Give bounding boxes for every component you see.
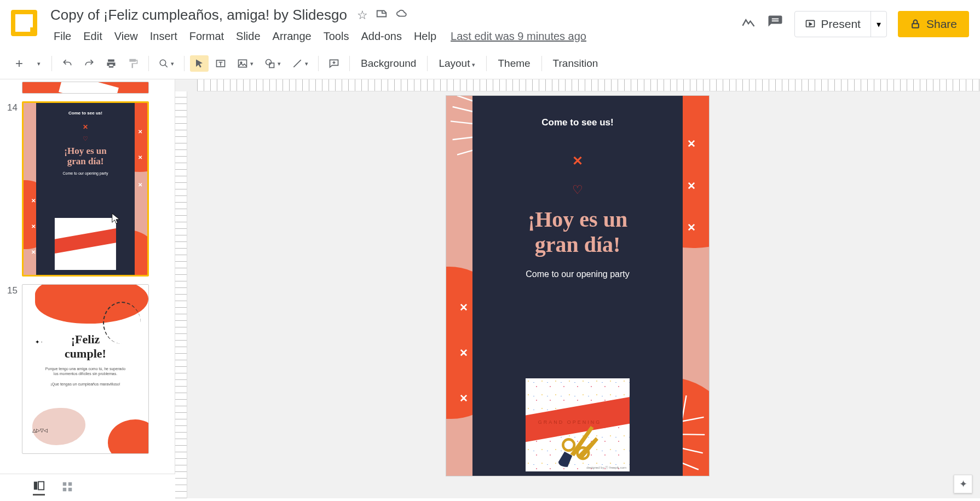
thumb15-text2: ¡Que tengas un cumpleaños maravilloso! xyxy=(22,382,148,387)
doc-title[interactable]: Copy of ¡Feliz cumpleaños, amiga! by Sli… xyxy=(48,5,349,25)
textbox-tool[interactable] xyxy=(211,55,230,72)
new-slide-dropdown[interactable] xyxy=(30,57,46,71)
background-button[interactable]: Background xyxy=(355,54,422,73)
slide-thumb-15[interactable]: ✦ · ¡Felizcumple! Porque tengo una amiga… xyxy=(22,284,149,454)
paint-format-button[interactable] xyxy=(123,55,143,72)
menu-arrange[interactable]: Arrange xyxy=(267,28,317,45)
svg-point-6 xyxy=(266,60,272,65)
present-label: Present xyxy=(821,18,861,31)
star-icon[interactable]: ☆ xyxy=(357,8,368,22)
x-icon: ✕ xyxy=(83,123,88,131)
slides-logo[interactable] xyxy=(11,10,37,36)
svg-rect-14 xyxy=(63,487,66,491)
thumb-heading: Come to see us! xyxy=(68,111,102,116)
slide-thumb-14[interactable]: Come to see us! ✕ ♡ ¡Hoy es ungran día! … xyxy=(22,101,149,277)
zoom-button[interactable] xyxy=(154,55,178,72)
slide-image[interactable]: GRAND OPENING designed by ⓕ freepik.com xyxy=(526,378,630,471)
explore-button[interactable]: ✦ xyxy=(954,475,972,493)
comments-icon[interactable] xyxy=(767,14,783,34)
menu-addons[interactable]: Add-ons xyxy=(355,28,407,45)
share-label: Share xyxy=(926,18,957,31)
x-icon[interactable]: ✕ xyxy=(687,180,696,192)
menu-tools[interactable]: Tools xyxy=(318,28,355,45)
thumb-number: 15 xyxy=(5,284,22,296)
thumb-number: 14 xyxy=(5,101,22,113)
heart-icon[interactable]: ♡ xyxy=(572,183,583,197)
svg-point-2 xyxy=(160,60,166,66)
svg-rect-11 xyxy=(38,482,44,490)
svg-rect-13 xyxy=(68,482,72,485)
thumb-sub: Come to our opening party xyxy=(63,171,108,175)
move-icon[interactable] xyxy=(376,8,388,23)
shape-tool[interactable] xyxy=(260,55,285,72)
x-icon[interactable]: ✕ xyxy=(459,392,468,405)
ruler-vertical xyxy=(175,91,187,498)
present-dropdown[interactable]: ▾ xyxy=(871,11,886,37)
menu-file[interactable]: File xyxy=(48,28,77,45)
activity-icon[interactable] xyxy=(741,15,756,34)
grid-view-icon[interactable] xyxy=(61,481,73,495)
x-icon: ✕ xyxy=(138,129,142,135)
image-credit: designed by ⓕ freepik.com xyxy=(586,465,626,470)
share-button[interactable]: Share xyxy=(898,11,969,37)
svg-point-8 xyxy=(563,439,574,451)
x-icon[interactable]: ✕ xyxy=(687,221,696,234)
slide-heading[interactable]: Come to see us! xyxy=(541,117,613,128)
svg-rect-4 xyxy=(239,60,247,67)
image-tool[interactable] xyxy=(233,55,258,72)
svg-rect-12 xyxy=(63,482,66,485)
svg-rect-15 xyxy=(68,487,72,491)
menu-edit[interactable]: Edit xyxy=(78,28,107,45)
svg-rect-7 xyxy=(269,63,274,67)
x-icon: ✕ xyxy=(138,154,142,160)
select-tool[interactable] xyxy=(190,55,209,72)
slide-panel[interactable]: 14 Come to see us! ✕ ♡ ¡Hoy es ungran dí… xyxy=(0,79,175,498)
thumb15-text: Porque tengo una amiga como tú, he super… xyxy=(22,366,148,377)
menu-format[interactable]: Format xyxy=(184,28,229,45)
menu-insert[interactable]: Insert xyxy=(145,28,183,45)
comment-tool[interactable] xyxy=(324,55,344,72)
x-icon[interactable]: ✕ xyxy=(459,347,468,359)
filmstrip-view-icon[interactable] xyxy=(33,480,45,496)
svg-rect-1 xyxy=(912,24,919,27)
x-icon: ✕ xyxy=(138,182,142,188)
transition-button[interactable]: Transition xyxy=(547,54,604,73)
toolbar: + Background Layout Theme Transition xyxy=(0,48,980,79)
canvas[interactable]: Come to see us! ✕ ♡ ¡Hoy es ungran día! … xyxy=(175,79,980,498)
redo-button[interactable] xyxy=(79,55,99,72)
slide-title[interactable]: ¡Hoy es ungran día! xyxy=(528,207,627,257)
slide-thumb-13[interactable] xyxy=(22,82,149,94)
menu-slide[interactable]: Slide xyxy=(230,28,266,45)
theme-button[interactable]: Theme xyxy=(492,54,535,73)
ruler-horizontal xyxy=(197,79,980,91)
present-button[interactable]: Present xyxy=(795,18,871,31)
last-edit-link[interactable]: Last edit was 9 minutes ago xyxy=(451,30,586,43)
x-icon: ✕ xyxy=(31,198,36,204)
menu-view[interactable]: View xyxy=(109,28,143,45)
cloud-icon[interactable] xyxy=(395,8,408,23)
slide-canvas[interactable]: Come to see us! ✕ ♡ ¡Hoy es ungran día! … xyxy=(446,96,709,476)
heart-icon: ♡ xyxy=(83,135,88,142)
view-bar xyxy=(0,474,175,501)
slide-subtitle[interactable]: Come to our opening party xyxy=(526,269,629,279)
layout-button[interactable]: Layout xyxy=(433,54,481,73)
x-icon[interactable]: ✕ xyxy=(459,301,468,314)
x-icon: ✕ xyxy=(31,223,36,229)
print-button[interactable] xyxy=(101,55,121,72)
new-slide-button[interactable]: + xyxy=(11,53,27,74)
line-tool[interactable] xyxy=(287,55,313,72)
x-icon: ✕ xyxy=(31,249,36,255)
svg-rect-10 xyxy=(34,482,37,490)
x-icon[interactable]: ✕ xyxy=(687,137,696,150)
scissors-icon xyxy=(552,418,604,470)
menu-help[interactable]: Help xyxy=(408,28,442,45)
thumb-title: ¡Hoy es ungran día! xyxy=(64,146,106,167)
x-icon[interactable]: ✕ xyxy=(572,153,583,169)
undo-button[interactable] xyxy=(57,55,77,72)
